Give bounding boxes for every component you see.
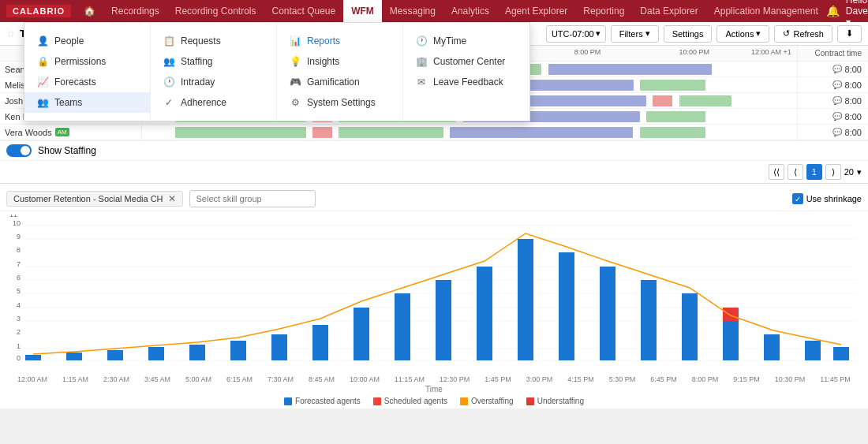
x-tick-2: 2:30 AM — [103, 375, 129, 383]
legend-forecasted: Forecasted agents — [284, 397, 361, 405]
dropdown-item-leave-feedback[interactable]: ✉ Leave Feedback — [403, 72, 529, 92]
dropdown-item-teams[interactable]: 👥 Teams — [24, 92, 150, 113]
svg-text:9: 9 — [17, 233, 21, 241]
nav-home[interactable]: 🏠 — [76, 0, 103, 22]
svg-text:8: 8 — [17, 246, 21, 254]
bar-forecasted — [764, 334, 780, 360]
page-size-label: 20 — [844, 167, 854, 177]
x-tick-6: 7:30 AM — [268, 375, 294, 383]
dropdown-item-requests[interactable]: 📋 Requests — [151, 31, 276, 51]
nav-wfm[interactable]: WFM — [343, 0, 382, 22]
staffing-row: Show Staffing — [0, 140, 868, 160]
shift-badge: AM — [55, 128, 69, 136]
bar-forecasted — [559, 252, 574, 360]
dropdown-item-reports[interactable]: 📊 Reports — [277, 31, 402, 51]
contract-cell: 💬8:00 — [797, 62, 868, 76]
nav-application-management[interactable]: Application Management — [706, 0, 826, 22]
nav-recordings[interactable]: Recordings — [103, 0, 167, 22]
dropdown-item-intraday[interactable]: 🕐 Intraday — [151, 72, 276, 92]
refresh-icon: ↺ — [783, 28, 790, 39]
page-size-chevron[interactable]: ▾ — [857, 167, 862, 177]
dropdown-item-gamification[interactable]: 🎮 Gamification — [277, 72, 402, 92]
time-tick-10pm: 10:00 PM — [679, 48, 710, 56]
skill-group-input[interactable] — [189, 190, 316, 207]
svg-text:10: 10 — [13, 219, 21, 227]
dropdown-item-staffing[interactable]: 👥 Staffing — [151, 51, 276, 72]
nav-agent-explorer[interactable]: Agent Explorer — [497, 0, 575, 22]
dropdown-item-insights[interactable]: 💡 Insights — [277, 51, 402, 72]
bar-forecasted — [641, 280, 657, 360]
user-menu[interactable]: Hello, Dave ▾ — [846, 0, 868, 28]
contract-time: 8:00 — [845, 96, 862, 106]
bar-forecasted — [354, 308, 369, 360]
settings-button[interactable]: Settings — [664, 25, 713, 43]
bar-forecasted — [312, 325, 328, 360]
logo: CALABRIO — [6, 5, 71, 17]
dropdown-item-adherence[interactable]: ✓ Adherence — [151, 92, 276, 113]
name-cell: Vera WoodsAM — [0, 125, 142, 140]
prev-page-button[interactable]: ⟨ — [788, 164, 803, 180]
nav-data-explorer[interactable]: Data Explorer — [632, 0, 705, 22]
bar-forecasted — [148, 347, 164, 360]
refresh-button[interactable]: ↺ Refresh — [774, 25, 832, 43]
show-staffing-label: Show Staffing — [38, 145, 96, 156]
x-tick-4: 5:00 AM — [185, 375, 211, 383]
timezone-selector[interactable]: UTC-07:00 ▾ — [546, 25, 606, 43]
x-tick-3: 3:45 AM — [144, 375, 170, 383]
employee-name: Vera Woods — [5, 128, 52, 137]
first-page-button[interactable]: ⟨⟨ — [769, 164, 784, 180]
chart-svg-container: 0 1 2 3 4 5 6 7 8 9 10 11 — [0, 211, 868, 374]
lock-icon: 🔒 — [37, 56, 48, 67]
filters-button[interactable]: Filters ▾ — [611, 25, 659, 43]
mytime-icon: 🕐 — [416, 35, 427, 47]
x-tick-19: 11:45 PM — [820, 375, 851, 383]
x-tick-1: 1:15 AM — [62, 375, 88, 383]
dropdown-item-people[interactable]: 👤 People — [24, 31, 150, 51]
contract-time: 8:00 — [845, 112, 862, 121]
contract-time: 8:00 — [845, 80, 862, 90]
legend-understaffing: Understaffing — [526, 397, 584, 405]
nav-contact-queue[interactable]: Contact Queue — [264, 0, 343, 22]
current-page-button[interactable]: 1 — [806, 164, 822, 180]
dropdown-item-permissions[interactable]: 🔒 Permissions — [24, 51, 150, 72]
star-icon[interactable]: ☆ — [6, 28, 15, 39]
chart-close-button[interactable]: ✕ — [168, 193, 176, 204]
x-tick-7: 8:45 AM — [309, 375, 335, 383]
dropdown-item-system-settings[interactable]: ⚙ System Settings — [277, 92, 402, 113]
nav-recording-controls[interactable]: Recording Controls — [167, 0, 264, 22]
nav-analytics[interactable]: Analytics — [443, 0, 497, 22]
use-shrinkage-label: Use shrinkage — [806, 194, 862, 203]
bar-forecasted — [436, 280, 451, 360]
schedule-segment — [450, 127, 633, 138]
system-settings-icon: ⚙ — [290, 97, 301, 108]
legend-forecasted-label: Forecasted agents — [295, 397, 361, 405]
bar-cell — [142, 125, 797, 140]
svg-text:4: 4 — [17, 301, 21, 309]
requests-icon: 📋 — [163, 35, 174, 47]
dropdown-col-3: 📊 Reports 💡 Insights 🎮 Gamification ⚙ Sy… — [277, 23, 403, 121]
svg-text:3: 3 — [17, 315, 21, 323]
dropdown-item-mytime[interactable]: 🕐 MyTime — [403, 31, 529, 51]
dropdown-item-forecasts[interactable]: 📈 Forecasts — [24, 72, 150, 92]
staffing-icon: 👥 — [163, 56, 174, 67]
bar-forecasted — [805, 341, 821, 360]
notification-bell-icon[interactable]: 🔔 — [826, 5, 840, 17]
time-tick-8pm: 8:00 PM — [574, 48, 601, 56]
legend-forecasted-dot — [284, 397, 292, 405]
leave-feedback-icon: ✉ — [416, 76, 427, 88]
use-shrinkage-checkbox[interactable]: ✓ — [792, 193, 803, 204]
dropdown-item-customer-center[interactable]: 🏢 Customer Center — [403, 51, 529, 72]
actions-button[interactable]: Actions ▾ — [716, 25, 769, 43]
next-page-button[interactable]: ⟩ — [825, 164, 841, 180]
schedule-segment — [175, 127, 306, 138]
legend-overstaffing-dot — [460, 397, 468, 405]
chat-icon: 💬 — [832, 112, 842, 121]
adherence-icon: ✓ — [163, 97, 174, 108]
nav-messaging[interactable]: Messaging — [382, 0, 443, 22]
show-staffing-toggle[interactable] — [6, 144, 32, 157]
nav-reporting[interactable]: Reporting — [575, 0, 632, 22]
chart-toolbar: Customer Retention - Social Media CH ✕ ✓… — [0, 187, 868, 211]
svg-text:1: 1 — [17, 342, 21, 350]
svg-text:2: 2 — [17, 328, 21, 336]
reports-icon: 📊 — [290, 35, 301, 47]
